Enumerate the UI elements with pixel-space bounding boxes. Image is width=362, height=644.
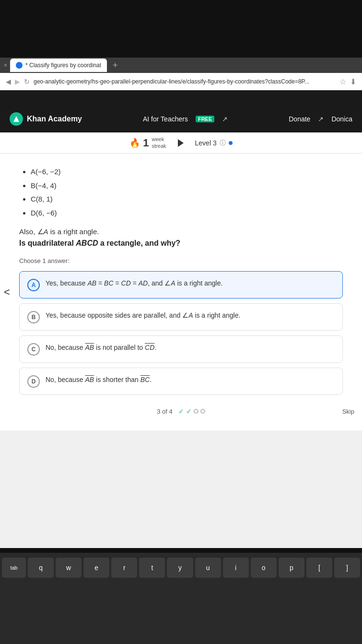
choice-a-circle: A — [27, 279, 40, 291]
refresh-icon[interactable]: ↻ — [24, 78, 30, 85]
nav-center: AI for Teachers FREE ↗ — [92, 115, 279, 123]
key-bracket-open[interactable]: [ — [306, 558, 332, 578]
choice-a[interactable]: A Yes, because AB = BC = CD = AD, and ∠A… — [19, 271, 343, 298]
key-i[interactable]: i — [223, 558, 249, 578]
streak-item: 🔥 1 week streak — [129, 136, 166, 149]
flame-icon: 🔥 — [129, 138, 140, 148]
key-y[interactable]: y — [167, 558, 193, 578]
coordinates-list: A(−6, −2) B(−4, 4) C(8, 1) D(6, −6) — [19, 165, 343, 220]
progress-dots: ✓ ✓ — [178, 407, 205, 415]
active-tab[interactable]: * Classify figures by coordinat — [10, 59, 107, 72]
url-text[interactable]: geo-analytic-geometry/hs-geo-parallel-pe… — [34, 78, 336, 85]
choice-c[interactable]: C No, because AB is not parallel to CD. — [19, 335, 343, 363]
choice-c-text: No, because AB is not parallel to CD. — [46, 343, 156, 353]
khan-academy-navbar: Khan Academy AI for Teachers FREE ↗ Dona… — [0, 106, 362, 132]
skip-button[interactable]: Skip — [342, 408, 354, 415]
free-badge[interactable]: FREE — [196, 116, 214, 122]
key-o[interactable]: o — [251, 558, 277, 578]
key-u[interactable]: u — [195, 558, 221, 578]
key-bracket-close[interactable]: ] — [334, 558, 360, 578]
choice-b-text: Yes, because opposite sides are parallel… — [46, 310, 240, 321]
bookmark-star-icon[interactable]: ☆ — [339, 77, 346, 86]
tab-title: * Classify figures by coordinat — [25, 62, 101, 69]
coord-d: D(6, −6) — [31, 206, 343, 220]
choice-b-circle: B — [27, 311, 40, 323]
user-name[interactable]: Donica — [331, 115, 352, 123]
browser-content: Khan Academy AI for Teachers FREE ↗ Dona… — [0, 106, 362, 548]
choice-b[interactable]: B Yes, because opposite sides are parall… — [19, 303, 343, 331]
level-item: Level 3 ⓘ — [195, 139, 233, 147]
key-t[interactable]: t — [139, 558, 165, 578]
dot-check-2: ✓ — [186, 407, 192, 415]
choice-d[interactable]: D No, because AB is shorter than BC. — [19, 368, 343, 395]
dot-check-1: ✓ — [178, 407, 184, 415]
add-tab-button[interactable]: + — [110, 60, 121, 71]
choice-c-circle: C — [27, 343, 40, 356]
progress-bar: 3 of 4 ✓ ✓ Skip — [19, 400, 343, 419]
content-area: A(−6, −2) B(−4, 4) C(8, 1) D(6, −6) Also… — [0, 154, 362, 430]
tab-bar: × * Classify figures by coordinat + — [0, 58, 362, 73]
level-label: Level 3 — [195, 139, 217, 147]
key-tab[interactable]: tab — [2, 558, 26, 578]
left-nav-arrow[interactable]: < — [4, 286, 10, 298]
key-p[interactable]: p — [279, 558, 304, 578]
streak-bar: 🔥 1 week streak Level 3 ⓘ — [0, 132, 362, 154]
play-button[interactable] — [178, 139, 184, 147]
problem-question: Is quadrilateral ABCD a rectangle, and w… — [19, 239, 343, 248]
forward-icon[interactable]: ▶ — [15, 78, 20, 85]
choice-a-text: Yes, because AB = BC = CD = AD, and ∠A i… — [46, 278, 222, 288]
problem-statement: Also, ∠A is a right angle. — [19, 227, 343, 236]
level-dot — [229, 141, 233, 145]
logo-text: Khan Academy — [27, 115, 82, 123]
keyboard-area: tab q w e r t y u i o p [ ] — [0, 553, 362, 644]
coord-a: A(−6, −2) — [31, 165, 343, 179]
dot-empty-2 — [200, 409, 205, 414]
tab-favicon-icon — [16, 62, 23, 69]
bookmark-icon[interactable]: ⬇ — [350, 77, 356, 86]
coord-b: B(−4, 4) — [31, 179, 343, 193]
streak-label: week streak — [152, 136, 166, 149]
svg-marker-0 — [13, 116, 19, 122]
streak-count: 1 — [143, 137, 149, 149]
close-tab-button[interactable]: × — [4, 62, 7, 69]
choice-d-text: No, because AB is shorter than BC. — [46, 375, 152, 385]
external-link-icon[interactable]: ↗ — [222, 115, 228, 123]
key-w[interactable]: w — [56, 558, 82, 578]
nav-right: Donate ↗ Donica — [289, 115, 352, 123]
donate-link[interactable]: Donate — [289, 115, 310, 123]
key-r[interactable]: r — [111, 558, 137, 578]
content-wrapper: < A(−6, −2) B(−4, 4) C(8, 1) D(6, −6) Al… — [0, 154, 362, 430]
khan-academy-logo[interactable]: Khan Academy — [10, 112, 82, 126]
key-e[interactable]: e — [83, 558, 109, 578]
key-q[interactable]: q — [28, 558, 54, 578]
logo-icon — [10, 112, 23, 126]
progress-text: 3 of 4 — [157, 408, 173, 415]
choose-label: Choose 1 answer: — [19, 257, 343, 264]
bottom-dark-area: tab q w e r t y u i o p [ ] — [0, 548, 362, 644]
choice-d-circle: D — [27, 375, 40, 388]
ai-for-teachers-label: AI for Teachers — [143, 115, 188, 123]
info-icon: ⓘ — [220, 139, 226, 147]
donate-icon: ↗ — [318, 115, 324, 123]
back-icon[interactable]: ◀ — [6, 78, 11, 85]
coord-c: C(8, 1) — [31, 192, 343, 206]
address-bar: ◀ ▶ ↻ geo-analytic-geometry/hs-geo-paral… — [0, 73, 362, 90]
dot-empty-1 — [194, 409, 199, 414]
